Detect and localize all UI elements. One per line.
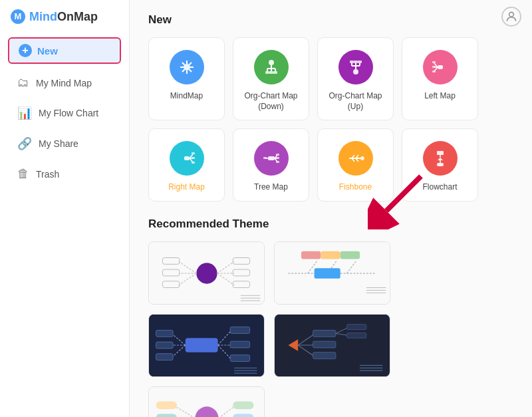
mindmap-icon bbox=[170, 50, 204, 84]
sidebar-item-my-share[interactable]: 🔗 My Share bbox=[5, 130, 124, 158]
flowchart-icon bbox=[423, 141, 458, 176]
new-label: New bbox=[37, 45, 58, 57]
svg-rect-42 bbox=[268, 156, 275, 160]
svg-rect-117 bbox=[313, 352, 336, 359]
sidebar-item-trash[interactable]: 🗑 Trash bbox=[5, 160, 124, 188]
svg-rect-48 bbox=[276, 161, 279, 163]
svg-rect-18 bbox=[273, 71, 277, 74]
svg-rect-16 bbox=[265, 71, 269, 74]
user-profile-area bbox=[501, 7, 521, 27]
svg-rect-87 bbox=[321, 251, 340, 259]
svg-rect-17 bbox=[269, 71, 273, 74]
treemap-icon bbox=[254, 141, 289, 176]
template-mindmap[interactable]: MindMap bbox=[148, 37, 225, 120]
svg-point-0 bbox=[509, 12, 514, 17]
trash-label: Trash bbox=[36, 169, 59, 180]
flowchart-label: Flowchart bbox=[422, 182, 457, 193]
main-content: New MindMap bbox=[130, 0, 532, 417]
svg-rect-130 bbox=[156, 401, 177, 409]
rightmap-icon bbox=[170, 141, 204, 176]
sidebar-item-my-flow-chart[interactable]: 📊 My Flow Chart bbox=[5, 99, 124, 127]
svg-line-7 bbox=[189, 63, 192, 65]
theme-card-5[interactable] bbox=[148, 386, 265, 417]
svg-rect-39 bbox=[192, 152, 195, 154]
svg-rect-50 bbox=[263, 157, 267, 159]
orgup-label: Org-Chart Map (Up) bbox=[325, 91, 386, 112]
svg-rect-136 bbox=[233, 401, 253, 409]
template-flowchart[interactable]: Flowchart bbox=[402, 128, 478, 202]
svg-rect-106 bbox=[156, 354, 173, 360]
svg-line-9 bbox=[189, 70, 192, 72]
svg-rect-137 bbox=[233, 414, 253, 417]
svg-rect-115 bbox=[313, 330, 336, 337]
template-left-map[interactable]: Left Map bbox=[402, 37, 478, 120]
theme-card-4[interactable] bbox=[274, 314, 390, 377]
template-right-map[interactable]: Right Map bbox=[148, 128, 225, 202]
theme-card-1[interactable] bbox=[148, 241, 265, 305]
svg-point-65 bbox=[196, 263, 217, 283]
svg-rect-28 bbox=[438, 65, 443, 69]
mindmap-label: MindMap bbox=[170, 91, 203, 102]
leftmap-icon bbox=[423, 50, 458, 84]
svg-line-8 bbox=[182, 70, 185, 72]
svg-rect-99 bbox=[230, 341, 249, 348]
flow-chart-icon: 📊 bbox=[17, 106, 32, 120]
treemap-label: Tree Map bbox=[254, 182, 288, 193]
svg-rect-86 bbox=[301, 251, 321, 259]
svg-rect-27 bbox=[358, 61, 362, 63]
share-icon: 🔗 bbox=[17, 136, 32, 151]
svg-rect-26 bbox=[354, 61, 358, 63]
sidebar: M MindOnMap + New 🗂 My Mind Map 📊 My Flo… bbox=[0, 0, 130, 417]
my-flow-chart-label: My Flow Chart bbox=[39, 108, 98, 118]
template-org-chart-down[interactable]: Org-Chart Map(Down) bbox=[233, 37, 309, 120]
svg-rect-25 bbox=[350, 61, 354, 63]
svg-rect-32 bbox=[432, 61, 436, 63]
svg-line-6 bbox=[182, 63, 185, 65]
orgdown-label: Org-Chart Map(Down) bbox=[244, 91, 297, 112]
logo: M MindOnMap bbox=[0, 0, 129, 33]
orgup-icon bbox=[338, 50, 373, 84]
template-fishbone[interactable]: Fishbone bbox=[317, 128, 394, 202]
theme-grid bbox=[148, 241, 513, 417]
svg-rect-34 bbox=[432, 70, 436, 72]
new-button[interactable]: + New bbox=[8, 37, 121, 64]
rightmap-label: Right Map bbox=[168, 182, 205, 193]
svg-rect-98 bbox=[230, 327, 249, 333]
template-grid: MindMap Org-Chart Map(Down) bbox=[148, 37, 513, 202]
svg-rect-120 bbox=[347, 324, 366, 329]
svg-rect-57 bbox=[437, 151, 444, 155]
svg-rect-105 bbox=[156, 342, 173, 348]
svg-rect-94 bbox=[186, 338, 218, 352]
logo-icon: M bbox=[11, 9, 25, 24]
recommended-section-title: Recommended Theme bbox=[148, 217, 513, 231]
svg-point-10 bbox=[269, 60, 274, 65]
svg-rect-61 bbox=[437, 163, 444, 166]
svg-rect-35 bbox=[184, 156, 190, 160]
svg-rect-46 bbox=[276, 154, 279, 156]
template-org-chart-up[interactable]: Org-Chart Map (Up) bbox=[317, 37, 394, 120]
plus-icon: + bbox=[19, 44, 32, 57]
svg-rect-100 bbox=[230, 354, 249, 361]
my-share-label: My Share bbox=[39, 138, 78, 149]
svg-point-56 bbox=[360, 156, 364, 160]
my-mind-map-label: My Mind Map bbox=[36, 78, 92, 88]
sidebar-item-my-mind-map[interactable]: 🗂 My Mind Map bbox=[5, 69, 124, 96]
fishbone-label: Fishbone bbox=[339, 182, 372, 193]
leftmap-label: Left Map bbox=[424, 91, 456, 102]
svg-rect-41 bbox=[192, 162, 195, 164]
svg-rect-121 bbox=[347, 333, 366, 338]
theme-card-3[interactable] bbox=[148, 314, 265, 377]
theme-card-2[interactable] bbox=[274, 241, 390, 305]
svg-rect-47 bbox=[276, 157, 279, 159]
svg-rect-88 bbox=[340, 251, 360, 259]
logo-text: MindOnMap bbox=[29, 10, 98, 24]
user-icon[interactable] bbox=[501, 7, 521, 27]
new-section-title: New bbox=[148, 13, 513, 27]
svg-rect-116 bbox=[313, 341, 336, 348]
svg-rect-104 bbox=[156, 330, 173, 337]
svg-rect-89 bbox=[315, 268, 340, 279]
svg-rect-131 bbox=[156, 414, 177, 417]
template-tree-map[interactable]: Tree Map bbox=[233, 128, 309, 202]
svg-rect-33 bbox=[432, 66, 436, 68]
svg-marker-59 bbox=[438, 158, 443, 160]
